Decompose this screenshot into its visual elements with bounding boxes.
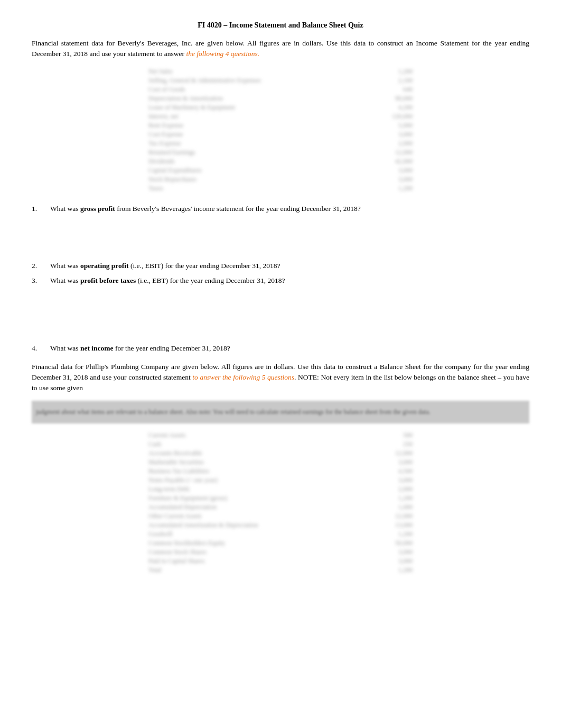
table-row: Interest, net120,000 bbox=[148, 112, 413, 121]
question-1-bold: gross profit bbox=[80, 205, 115, 213]
table-row: Accounts Receivable12,000 bbox=[148, 449, 413, 458]
question-2-number: 2. bbox=[32, 261, 50, 271]
question-2: 2. What was operating profit (i.e., EBIT… bbox=[32, 261, 529, 271]
question-3-bold: profit before taxes bbox=[80, 277, 136, 284]
table-row: Lease of Machinery & Equipment4,200 bbox=[148, 103, 413, 112]
table-row: Furniture & Equipment (gross)1,200 bbox=[148, 494, 413, 503]
table-row: Rent Expense5,000 bbox=[148, 121, 413, 130]
phillip-data-table: Current Assets500 Cash250 Accounts Recei… bbox=[32, 431, 529, 575]
blurred-highlight-row: judgment about what items are relevant t… bbox=[32, 401, 529, 423]
beverly-data-rows: Net Sales1,200 Selling, General & Admini… bbox=[148, 67, 413, 193]
table-row: Stock Repurchases3,000 bbox=[148, 175, 413, 184]
table-row: Common Stock Shares3,000 bbox=[148, 548, 413, 557]
table-row: Long-term Debt2,000 bbox=[148, 485, 413, 494]
question-2-text: What was operating profit (i.e., EBIT) f… bbox=[50, 261, 529, 271]
question-1-text: What was gross profit from Beverly's Bev… bbox=[50, 204, 529, 214]
question-4-number: 4. bbox=[32, 343, 50, 354]
question-1-number: 1. bbox=[32, 204, 50, 214]
table-row: Net Sales1,200 bbox=[148, 67, 413, 76]
answer-space-23 bbox=[32, 290, 529, 343]
table-row: Tax Expense2,000 bbox=[148, 139, 413, 148]
table-row: Current Assets500 bbox=[148, 431, 413, 440]
phillip-intro: Financial data for Phillip's Plumbing Co… bbox=[32, 362, 529, 394]
question-1: 1. What was gross profit from Beverly's … bbox=[32, 204, 529, 214]
question-4-bold: net income bbox=[80, 344, 114, 352]
page-title: FI 4020 – Income Statement and Balance S… bbox=[32, 21, 529, 30]
table-row: Retained Earnings12,000 bbox=[148, 148, 413, 157]
beverly-intro-italic: the following 4 questions. bbox=[186, 50, 259, 58]
table-row: Paid in Capital Shares3,000 bbox=[148, 557, 413, 566]
question-4-text: What was net income for the year ending … bbox=[50, 343, 529, 354]
table-row: Selling, General & Administrative Expens… bbox=[148, 76, 413, 85]
table-row: Goodwill1,200 bbox=[148, 530, 413, 539]
table-row: Total1,200 bbox=[148, 566, 413, 575]
question-2-bold: operating profit bbox=[80, 262, 129, 270]
question-3-text: What was profit before taxes (i.e., EBT)… bbox=[50, 275, 529, 286]
beverly-intro-text: Financial statement data for Beverly's B… bbox=[32, 39, 529, 58]
table-row: Dividends42,000 bbox=[148, 157, 413, 166]
table-row: Notes Payable (< one year)3,000 bbox=[148, 476, 413, 485]
beverly-intro: Financial statement data for Beverly's B… bbox=[32, 38, 529, 60]
phillip-intro-italic: to answer the following 5 questions bbox=[192, 373, 294, 381]
table-row: Accumulated Depreciation1,000 bbox=[148, 503, 413, 512]
table-row: Depreciation & Amortization90,000 bbox=[148, 94, 413, 103]
question-4: 4. What was net income for the year endi… bbox=[32, 343, 529, 354]
table-row: Common Stockholders Equity50,000 bbox=[148, 539, 413, 548]
table-row: Cost Expense3,000 bbox=[148, 130, 413, 139]
question-3: 3. What was profit before taxes (i.e., E… bbox=[32, 275, 529, 286]
table-row: Cost of Goods640 bbox=[148, 85, 413, 94]
beverly-data-table: Net Sales1,200 Selling, General & Admini… bbox=[32, 67, 529, 193]
answer-space-1 bbox=[32, 218, 529, 261]
table-row: Taxes1,200 bbox=[148, 184, 413, 193]
table-row: Accumulated Amortization & Depreciation1… bbox=[148, 521, 413, 530]
table-row: Other Current Assets12,000 bbox=[148, 512, 413, 521]
table-row: Business Tax Liabilities4,500 bbox=[148, 467, 413, 476]
table-row: Capital Expenditures3,000 bbox=[148, 166, 413, 175]
table-row: Marketable Securities3,000 bbox=[148, 458, 413, 467]
phillip-data-rows: Current Assets500 Cash250 Accounts Recei… bbox=[148, 431, 413, 575]
question-3-number: 3. bbox=[32, 275, 50, 286]
table-row: Cash250 bbox=[148, 440, 413, 449]
